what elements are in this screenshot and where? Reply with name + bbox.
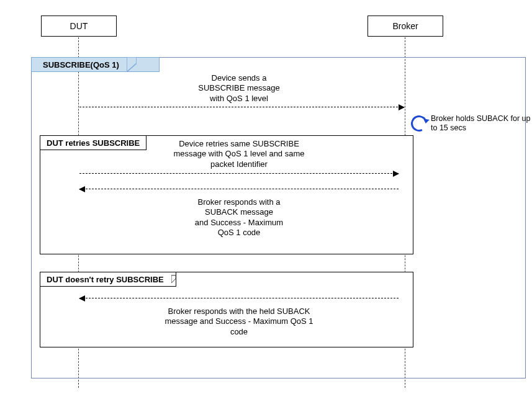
arrowhead-left-icon: [79, 295, 85, 302]
arrowhead-right-icon: [393, 171, 399, 177]
tab-notch-icon: [171, 272, 176, 287]
message-retry-subscribe: Device retries same SUBSCRIBE message wi…: [155, 139, 323, 169]
note-broker-holds-suback: Broker holds SUBACK for up to 15 secs: [411, 114, 532, 133]
participant-broker-label: Broker: [392, 21, 418, 31]
frame-dut-no-retry-title: DUT doesn't retry SUBSCRIBE: [40, 275, 171, 284]
arrow-suback-no-retry: [79, 298, 399, 298]
frame-subscribe-tab: SUBSCRIBE(QoS 1): [31, 57, 160, 72]
message-initial-subscribe: Device sends a SUBSCRIBE message with Qo…: [161, 73, 317, 104]
spinner-icon: [408, 113, 429, 133]
participant-dut: DUT: [41, 16, 117, 37]
frame-dut-no-retry-tab: DUT doesn't retry SUBSCRIBE: [40, 272, 176, 287]
tab-notch-icon: [127, 57, 137, 72]
arrow-retry-subscribe: [79, 173, 399, 174]
arrowhead-right-icon: [399, 104, 405, 110]
frame-dut-retries-tab: DUT retries SUBSCRIBE: [40, 135, 147, 150]
arrow-subscribe: [79, 107, 404, 107]
message-suback-retry: Broker responds with a SUBACK message an…: [161, 197, 317, 238]
note-broker-holds-text: Broker holds SUBACK for up to 15 secs: [431, 114, 532, 133]
frame-dut-retries-title: DUT retries SUBSCRIBE: [40, 138, 147, 148]
arrow-suback-retry: [79, 189, 399, 189]
arrowhead-left-icon: [79, 186, 85, 192]
message-suback-no-retry: Broker responds with the held SUBACK mes…: [137, 307, 341, 337]
participant-broker: Broker: [367, 16, 443, 37]
participant-dut-label: DUT: [70, 21, 88, 31]
frame-subscribe-title: SUBSCRIBE(QoS 1): [32, 60, 127, 69]
